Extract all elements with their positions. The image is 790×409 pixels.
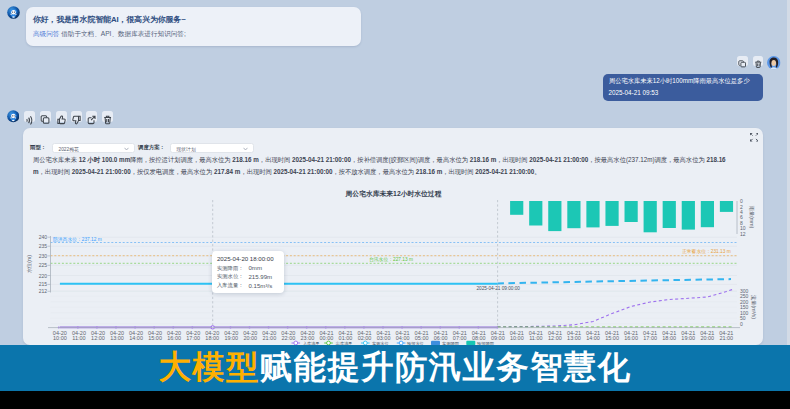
svg-text:防洪高水位：237.12 m: 防洪高水位：237.12 m: [53, 236, 102, 243]
svg-text:11:00: 11:00: [529, 335, 542, 341]
svg-text:17:00: 17:00: [643, 335, 657, 341]
svg-text:13:00: 13:00: [567, 335, 581, 341]
svg-text:2025-04-21 09:00:00: 2025-04-21 09:00:00: [476, 286, 520, 291]
svg-text:19:00: 19:00: [224, 335, 238, 341]
svg-text:18:00: 18:00: [205, 335, 219, 341]
svg-text:02:00: 02:00: [358, 335, 372, 341]
svg-text:10:00: 10:00: [53, 335, 67, 341]
svg-text:14:00: 14:00: [586, 335, 600, 341]
svg-text:15:00: 15:00: [148, 335, 162, 341]
svg-text:240: 240: [39, 234, 48, 240]
svg-text:流量(m³/s): 流量(m³/s): [750, 295, 757, 319]
svg-text:17:00: 17:00: [186, 335, 200, 341]
svg-text:215: 215: [39, 281, 48, 287]
svg-text:220: 220: [39, 273, 48, 279]
svg-text:14:00: 14:00: [129, 335, 143, 341]
svg-text:12:00: 12:00: [91, 335, 105, 341]
svg-text:22:00: 22:00: [281, 335, 295, 341]
svg-text:台汛水位：227.13 m: 台汛水位：227.13 m: [369, 256, 413, 263]
svg-text:235: 235: [39, 243, 48, 249]
svg-text:212: 212: [39, 288, 48, 294]
svg-text:21:00: 21:00: [262, 335, 276, 341]
svg-text:雨量(mm): 雨量(mm): [749, 206, 755, 229]
svg-text:15:00: 15:00: [605, 335, 619, 341]
svg-text:12: 12: [740, 231, 746, 237]
svg-text:13:00: 13:00: [110, 335, 124, 341]
svg-text:0: 0: [740, 321, 743, 327]
svg-text:16:00: 16:00: [167, 335, 181, 341]
svg-text:19:00: 19:00: [681, 335, 695, 341]
svg-text:00:00: 00:00: [320, 335, 334, 341]
svg-text:11:00: 11:00: [72, 335, 85, 341]
svg-text:水位(m): 水位(m): [26, 255, 32, 273]
svg-text:20:00: 20:00: [700, 335, 714, 341]
svg-text:225: 225: [39, 262, 48, 268]
svg-text:230: 230: [39, 253, 48, 259]
svg-text:18:00: 18:00: [662, 335, 676, 341]
svg-text:12:00: 12:00: [548, 335, 562, 341]
svg-text:10:00: 10:00: [510, 335, 524, 341]
svg-text:20:00: 20:00: [243, 335, 257, 341]
svg-text:正常蓄水位：231.13 m: 正常蓄水位：231.13 m: [682, 249, 731, 254]
svg-text:21:00: 21:00: [719, 335, 733, 341]
svg-text:16:00: 16:00: [624, 335, 638, 341]
